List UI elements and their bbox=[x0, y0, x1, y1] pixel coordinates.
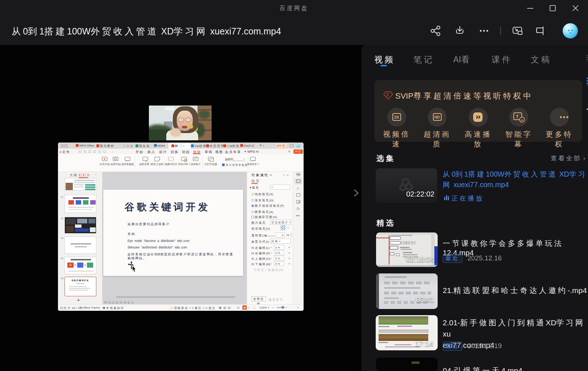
svg-text:T: T bbox=[516, 114, 519, 119]
svg-text:HD: HD bbox=[434, 115, 439, 119]
svg-text:AI: AI bbox=[521, 119, 524, 122]
svg-text:2X: 2X bbox=[394, 115, 399, 119]
